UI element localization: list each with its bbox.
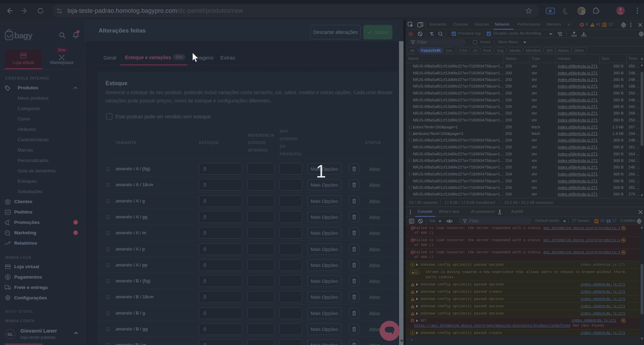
svg-text:$: $ [7,275,9,279]
svg-text:bagy: bagy [14,31,33,40]
